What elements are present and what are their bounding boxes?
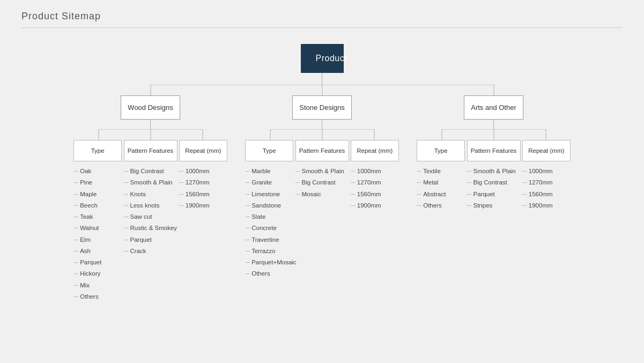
stone-pattern-list: Smooth & Plain Big Contrast Mosaic bbox=[295, 166, 349, 200]
wood-type-col: Type Oak Pine Maple Beech Teak Walnut El… bbox=[73, 140, 123, 302]
list-item: Beech bbox=[73, 200, 122, 211]
arts-other-box: Arts and Other bbox=[464, 95, 523, 120]
list-item: Sandstone bbox=[245, 200, 293, 211]
list-item: Parquet+Mosaic bbox=[245, 257, 293, 268]
list-item: 1270mm bbox=[351, 177, 399, 188]
list-item: Oak bbox=[73, 166, 122, 177]
list-item: Mosaic bbox=[295, 189, 349, 200]
list-item: Textile bbox=[417, 166, 465, 177]
arts-pattern-header: Pattern Features bbox=[467, 140, 521, 161]
stone-pattern-col: Pattern Features Smooth & Plain Big Cont… bbox=[294, 140, 350, 280]
list-item: 1900mm bbox=[351, 200, 399, 211]
sitemap: Product Wood Designs bbox=[22, 44, 623, 302]
root-node: Product bbox=[301, 44, 344, 73]
list-item: Smooth & Plain bbox=[467, 166, 521, 177]
list-item: Stripes bbox=[467, 200, 521, 211]
list-item: Big Contrast bbox=[124, 166, 177, 177]
list-item: Others bbox=[417, 200, 465, 211]
page-title: Product Sitemap bbox=[21, 11, 623, 22]
arts-pattern-list: Smooth & Plain Big Contrast Parquet Stri… bbox=[467, 166, 521, 211]
list-item: Pine bbox=[73, 177, 122, 188]
list-item: Ash bbox=[73, 246, 122, 257]
list-item: Terrazzo bbox=[245, 246, 293, 257]
stone-repeat-list: 1000mm 1270mm 1560mm 1900mm bbox=[351, 166, 399, 211]
list-item: 1900mm bbox=[179, 200, 227, 211]
branch-stone: Stone Designs Type bbox=[236, 95, 408, 302]
list-item: Saw cut bbox=[124, 211, 177, 223]
list-item: Maple bbox=[73, 189, 122, 200]
three-branches: Wood Designs bbox=[65, 95, 580, 302]
wood-type-header: Type bbox=[73, 140, 122, 161]
list-item: 1560mm bbox=[351, 189, 399, 200]
wood-designs-box: Wood Designs bbox=[121, 95, 180, 120]
arts-repeat-col: Repeat (mm) 1000mm 1270mm 1560mm 1900mm bbox=[521, 140, 571, 211]
list-item: 1560mm bbox=[179, 189, 227, 200]
list-item: Marble bbox=[245, 166, 293, 177]
list-item: Teak bbox=[73, 211, 122, 223]
list-item: Others bbox=[245, 268, 293, 279]
wood-repeat-col: Repeat (mm) 1000mm 1270mm 1560mm 1900mm bbox=[178, 140, 228, 302]
list-item: Parquet bbox=[467, 189, 521, 200]
list-item: Walnut bbox=[73, 223, 122, 234]
branch-wood: Wood Designs bbox=[65, 95, 236, 302]
stone-type-col: Type Marble Granite Limestone Sandstone … bbox=[245, 140, 294, 280]
list-item: Mix bbox=[73, 280, 122, 291]
stone-h-connector bbox=[245, 129, 400, 140]
arts-repeat-header: Repeat (mm) bbox=[522, 140, 571, 161]
arts-sub-cols: Type Textile Metal Abstract Others Patte… bbox=[416, 140, 572, 211]
list-item: Rustic & Smokey bbox=[124, 223, 177, 234]
arts-pattern-col: Pattern Features Smooth & Plain Big Cont… bbox=[466, 140, 521, 211]
stone-repeat-col: Repeat (mm) 1000mm 1270mm 1560mm 1900mm bbox=[350, 140, 399, 280]
wood-repeat-header: Repeat (mm) bbox=[179, 140, 227, 161]
list-item: 1270mm bbox=[522, 177, 571, 188]
stone-type-list: Marble Granite Limestone Sandstone Slate… bbox=[245, 166, 293, 280]
wood-pattern-list: Big Contrast Smooth & Plain Knots Less k… bbox=[124, 166, 177, 257]
list-item: Smooth & Plain bbox=[295, 166, 349, 177]
list-item: Granite bbox=[245, 177, 293, 188]
list-item: 1560mm bbox=[522, 189, 571, 200]
list-item: Others bbox=[73, 291, 122, 302]
list-item: 1000mm bbox=[351, 166, 399, 177]
list-item: 1000mm bbox=[522, 166, 571, 177]
list-item: Concrete bbox=[245, 223, 293, 234]
stone-pattern-header: Pattern Features bbox=[295, 140, 349, 161]
wood-repeat-list: 1000mm 1270mm 1560mm 1900mm bbox=[179, 166, 227, 211]
list-item: Knots bbox=[124, 189, 177, 200]
list-item: Hickory bbox=[73, 268, 122, 279]
list-item: Less knots bbox=[124, 200, 177, 211]
stone-v-line bbox=[322, 120, 322, 129]
wood-sub-cols: Type Oak Pine Maple Beech Teak Walnut El… bbox=[73, 140, 228, 302]
wood-pattern-col: Pattern Features Big Contrast Smooth & P… bbox=[123, 140, 178, 302]
list-item: Metal bbox=[417, 177, 465, 188]
wood-h-connector bbox=[73, 129, 228, 140]
wood-sub-lines bbox=[73, 129, 228, 140]
arts-repeat-list: 1000mm 1270mm 1560mm 1900mm bbox=[522, 166, 571, 211]
stone-sub-lines bbox=[245, 129, 400, 140]
wood-v-line bbox=[150, 120, 151, 129]
stone-repeat-header: Repeat (mm) bbox=[351, 140, 399, 161]
arts-sub-lines bbox=[416, 129, 572, 140]
wood-type-list: Oak Pine Maple Beech Teak Walnut Elm Ash… bbox=[73, 166, 122, 302]
list-item: Big Contrast bbox=[467, 177, 521, 188]
stone-designs-box: Stone Designs bbox=[292, 95, 352, 120]
list-item: Crack bbox=[124, 246, 177, 257]
list-item: Parquet bbox=[73, 257, 122, 268]
branch-lines-svg bbox=[65, 85, 580, 95]
list-item: Limestone bbox=[245, 189, 293, 200]
list-item: 1270mm bbox=[179, 177, 227, 188]
branch-arts: Arts and Other Type bbox=[408, 95, 580, 302]
stone-type-header: Type bbox=[245, 140, 293, 161]
stone-sub-cols: Type Marble Granite Limestone Sandstone … bbox=[245, 140, 400, 280]
list-item: 1000mm bbox=[179, 166, 227, 177]
list-item: 1900mm bbox=[522, 200, 571, 211]
list-item: Big Contrast bbox=[295, 177, 349, 188]
arts-type-list: Textile Metal Abstract Others bbox=[417, 166, 465, 211]
arts-type-header: Type bbox=[417, 140, 465, 161]
root-v-line bbox=[322, 73, 322, 85]
arts-v-line bbox=[493, 120, 494, 129]
h-connector-container: Wood Designs bbox=[65, 85, 580, 302]
list-item: Travertine bbox=[245, 234, 293, 246]
title-divider bbox=[21, 27, 623, 28]
list-item: Parquet bbox=[124, 234, 177, 246]
list-item: Smooth & Plain bbox=[124, 177, 177, 188]
